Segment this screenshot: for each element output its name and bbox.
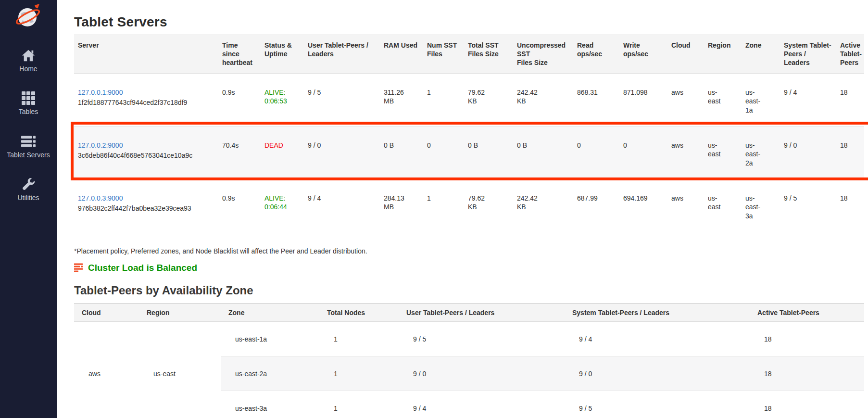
cell-total-nodes: 1	[319, 322, 399, 356]
cell-server: 127.0.0.2:9000 3c6deb86f40c4f668e5763041…	[74, 126, 218, 179]
cell-cloud: aws	[667, 179, 704, 232]
column-header-cloud: Cloud	[667, 35, 704, 74]
cell-status: DEAD	[261, 126, 304, 179]
cell-num-sst: 1	[423, 73, 464, 126]
sidebar-item-label: Tables	[19, 108, 38, 115]
cell-total-nodes: 1	[319, 356, 399, 391]
column-header-heartbeat: Time since heartbeat	[218, 35, 261, 74]
cluster-load-status: Cluster Load is Balanced	[88, 263, 197, 273]
cell-zone: us- east- 2a	[742, 126, 780, 179]
column-header-total-sst: Total SST Files Size	[464, 35, 513, 74]
cluster-load-status-row: Cluster Load is Balanced	[74, 263, 868, 273]
sidebar-item-label: Tablet Servers	[7, 152, 50, 159]
cell-num-sst: 0	[423, 126, 464, 179]
cell-zone: us- east- 1a	[742, 73, 780, 126]
wrench-icon	[21, 177, 36, 191]
cell-zone: us-east-2a	[221, 356, 319, 391]
cell-total-sst: 79.62 KB	[464, 73, 513, 126]
server-row-3: 127.0.0.3:9000 976b382c2ff442f7ba0bea32e…	[74, 179, 864, 232]
cell-system-peers: 9 / 0	[565, 356, 750, 391]
server-uuid: 1f2fd188777643cf944ced2f37c18df9	[78, 98, 214, 107]
column-header-region: Region	[139, 304, 221, 322]
cell-total-nodes: 1	[319, 391, 399, 418]
cell-system-peers: 9 / 4	[565, 322, 750, 356]
cell-read-ops: 687.99	[573, 179, 619, 232]
server-uuid: 3c6deb86f40c4f668e5763041ce10a9c	[78, 151, 214, 160]
server-link[interactable]: 127.0.0.3:9000	[78, 194, 123, 202]
column-header-status: Status & Uptime	[261, 35, 304, 74]
server-link[interactable]: 127.0.0.2:9000	[78, 141, 123, 149]
sidebar-nav: Home Tables Tablet Servers	[0, 49, 57, 202]
cell-cloud: aws	[667, 73, 704, 126]
cell-active-peers: 18	[836, 179, 864, 232]
home-icon	[21, 49, 36, 63]
column-header-active-peers: Active Tablet-Peers	[750, 304, 864, 322]
column-header-num-sst: Num SST Files	[423, 35, 464, 74]
cell-server: 127.0.0.1:9000 1f2fd188777643cf944ced2f3…	[74, 73, 218, 126]
cell-write-ops: 0	[619, 126, 667, 179]
cell-active-peers: 18	[750, 356, 864, 391]
sidebar-item-label: Utilities	[17, 194, 39, 202]
main-content: Tablet Servers Server Time since heartbe…	[57, 0, 868, 418]
cell-total-sst: 79.62 KB	[464, 179, 513, 232]
column-header-system-peers: System Tablet-Peers / Leaders	[780, 35, 836, 74]
page-title: Tablet Servers	[74, 14, 868, 30]
cell-heartbeat: 0.9s	[218, 179, 261, 232]
cell-write-ops: 694.169	[619, 179, 667, 232]
cell-status: ALIVE: 0:06:53	[261, 73, 304, 126]
cell-num-sst: 1	[423, 179, 464, 232]
cluster-load-icon	[74, 263, 84, 273]
cell-server: 127.0.0.3:9000 976b382c2ff442f7ba0bea32e…	[74, 179, 218, 232]
column-header-region: Region	[704, 35, 742, 74]
zone-row-1: aws us-east us-east-1a 1 9 / 5 9 / 4 18	[74, 322, 864, 356]
cell-user-peers: 9 / 4	[399, 391, 565, 418]
server-link[interactable]: 127.0.0.1:9000	[78, 89, 123, 96]
cell-region: us- east	[704, 126, 742, 179]
planet-rocket-logo-icon	[15, 4, 41, 28]
sidebar-item-home[interactable]: Home	[0, 49, 57, 73]
cell-system-peers: 9 / 0	[780, 126, 836, 179]
cell-ram: 284.13 MB	[380, 179, 423, 232]
cell-zone: us-east-1a	[221, 322, 319, 356]
sidebar-item-label: Home	[19, 65, 37, 73]
sidebar-item-tablet-servers[interactable]: Tablet Servers	[0, 134, 57, 159]
cell-user-peers: 9 / 0	[304, 126, 380, 179]
cell-active-peers: 18	[836, 73, 864, 126]
server-uuid: 976b382c2ff442f7ba0bea32e39cea93	[78, 204, 214, 213]
cell-ram: 311.26 MB	[380, 73, 423, 126]
cell-read-ops: 868.31	[573, 73, 619, 126]
column-header-zone: Zone	[221, 304, 319, 322]
column-header-read-ops: Read ops/sec	[573, 35, 619, 74]
cell-system-peers: 9 / 5	[780, 179, 836, 232]
placement-note: *Placement policy, Preferred zones, and …	[74, 247, 868, 255]
servers-header-row: Server Time since heartbeat Status & Upt…	[74, 35, 864, 74]
tablet-servers-icon	[20, 134, 37, 149]
cell-status: ALIVE: 0:06:44	[261, 179, 304, 232]
cell-cloud: aws	[74, 322, 139, 418]
cell-heartbeat: 0.9s	[218, 73, 261, 126]
column-header-uncompressed-sst: Uncompressed SST Files Size	[513, 35, 573, 74]
column-header-ram: RAM Used	[380, 35, 423, 74]
cell-region: us- east	[704, 179, 742, 232]
zones-header-row: Cloud Region Zone Total Nodes User Table…	[74, 304, 864, 322]
column-header-cloud: Cloud	[74, 304, 139, 322]
app-logo[interactable]	[15, 4, 41, 30]
cell-heartbeat: 70.4s	[218, 126, 261, 179]
cell-read-ops: 0	[573, 126, 619, 179]
cell-user-peers: 9 / 5	[399, 322, 565, 356]
zones-section-title: Tablet-Peers by Availability Zone	[74, 284, 868, 297]
sidebar-item-tables[interactable]: Tables	[0, 91, 57, 115]
column-header-user-peers: User Tablet-Peers / Leaders	[399, 304, 565, 322]
cell-ram: 0 B	[380, 126, 423, 179]
cell-region: us- east	[704, 73, 742, 126]
cell-zone: us-east-3a	[221, 391, 319, 418]
tables-grid-icon	[21, 91, 36, 105]
server-row-1: 127.0.0.1:9000 1f2fd188777643cf944ced2f3…	[74, 73, 864, 126]
column-header-active-peers: Active Tablet-Peers	[836, 35, 864, 74]
server-row-2-highlighted: 127.0.0.2:9000 3c6deb86f40c4f668e5763041…	[74, 126, 864, 179]
cell-write-ops: 871.098	[619, 73, 667, 126]
sidebar-item-utilities[interactable]: Utilities	[0, 177, 57, 202]
cell-user-peers: 9 / 0	[399, 356, 565, 391]
cell-active-peers: 18	[836, 126, 864, 179]
cell-uncompressed-sst: 0 B	[513, 126, 573, 179]
